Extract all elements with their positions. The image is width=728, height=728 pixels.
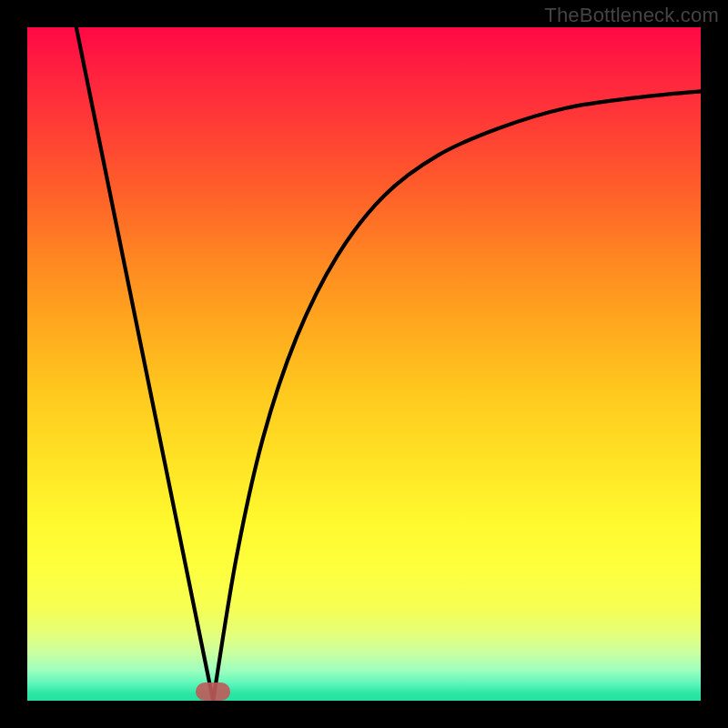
bottleneck-curve	[27, 27, 701, 701]
chart-area	[27, 27, 701, 701]
curve-path	[75, 18, 701, 701]
optimal-marker	[196, 682, 230, 701]
watermark-text: TheBottleneck.com	[544, 4, 719, 27]
